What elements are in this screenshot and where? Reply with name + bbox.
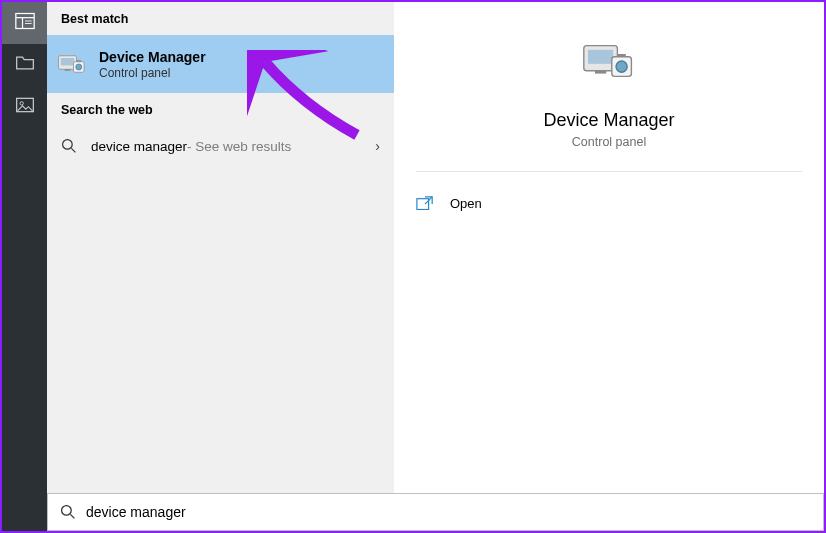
- svg-point-11: [76, 64, 82, 70]
- best-match-title: Device Manager: [99, 48, 206, 66]
- detail-subtitle: Control panel: [572, 135, 646, 149]
- category-rail: [2, 2, 47, 531]
- svg-point-22: [62, 506, 72, 516]
- web-query-suffix: - See web results: [187, 139, 291, 154]
- folder-icon: [15, 54, 35, 76]
- web-result-item[interactable]: device manager - See web results ›: [47, 126, 394, 166]
- chevron-right-icon: ›: [375, 138, 380, 154]
- svg-rect-16: [588, 50, 613, 64]
- web-header: Search the web: [47, 93, 394, 126]
- search-icon: [60, 504, 76, 520]
- svg-rect-12: [77, 60, 82, 62]
- svg-rect-20: [617, 54, 625, 57]
- best-match-header: Best match: [47, 2, 394, 35]
- detail-panel: Device Manager Control panel Open: [394, 2, 824, 531]
- device-manager-icon: [57, 49, 87, 79]
- search-bar[interactable]: [47, 493, 824, 531]
- svg-point-6: [20, 102, 23, 105]
- rail-item-photos[interactable]: [2, 86, 47, 128]
- svg-rect-9: [65, 69, 71, 71]
- svg-point-19: [616, 61, 627, 72]
- svg-rect-21: [417, 199, 429, 210]
- best-match-item[interactable]: Device Manager Control panel: [47, 35, 394, 93]
- device-manager-icon-large: [581, 36, 637, 92]
- web-query: device manager: [91, 139, 187, 154]
- search-input[interactable]: [86, 504, 811, 520]
- svg-rect-8: [61, 58, 75, 66]
- open-icon: [416, 196, 434, 210]
- svg-line-14: [71, 148, 75, 152]
- results-panel: Best match Device Manager Control panel …: [47, 2, 394, 531]
- open-action[interactable]: Open: [394, 180, 824, 226]
- svg-line-23: [70, 514, 74, 518]
- apps-icon: [15, 12, 35, 34]
- photo-icon: [15, 96, 35, 118]
- open-label: Open: [450, 196, 482, 211]
- svg-point-13: [63, 140, 73, 150]
- search-icon: [61, 138, 77, 154]
- rail-item-apps[interactable]: [2, 2, 47, 44]
- svg-rect-17: [595, 71, 606, 74]
- detail-title: Device Manager: [543, 110, 674, 131]
- rail-item-documents[interactable]: [2, 44, 47, 86]
- best-match-subtitle: Control panel: [99, 66, 206, 80]
